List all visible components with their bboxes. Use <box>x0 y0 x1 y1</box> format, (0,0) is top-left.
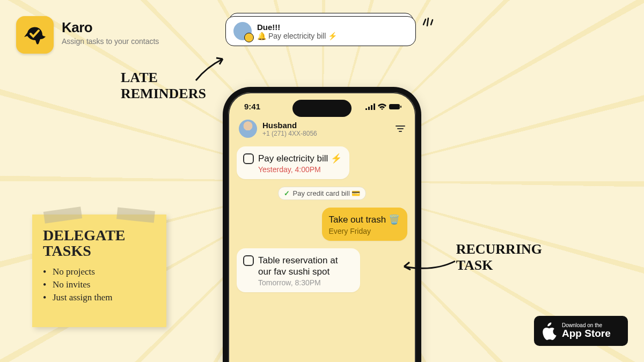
contact-name: Husband <box>262 121 317 130</box>
message-list: Pay electricity bill ⚡ Yesterday, 4:00PM… <box>228 144 416 294</box>
svg-rect-1 <box>400 106 401 108</box>
wifi-icon <box>378 104 386 110</box>
task-meta-recurring: Every Friday <box>328 227 400 235</box>
tape-decoration <box>43 206 82 224</box>
callout-recurring-task: RECURRING TASK <box>456 241 542 274</box>
phone-mockup: 9:41 Husband +1 (271) 4XX-8056 Pay elect… <box>223 87 421 362</box>
filter-icon[interactable] <box>396 125 405 132</box>
app-logo-tile <box>16 16 54 54</box>
task-meta-future: Tomorrow, 8:30PM <box>258 278 353 287</box>
task-meta-overdue: Yesterday, 4:00PM <box>258 165 342 174</box>
task-title: Pay electricity bill ⚡ <box>258 153 342 164</box>
task-checkbox[interactable] <box>243 255 254 266</box>
avatar <box>233 22 252 40</box>
arrow-icon <box>396 253 460 280</box>
appstore-line2: App Store <box>562 328 611 339</box>
task-checkbox[interactable] <box>243 153 254 164</box>
sticky-note: DELEGATE TASKS No projects No invites Ju… <box>32 215 166 327</box>
task-title: Table reservation at our fav sushi spot <box>258 255 353 278</box>
contact-number: +1 (271) 4XX-8056 <box>262 130 317 137</box>
list-item: No projects <box>43 267 156 277</box>
sticky-heading: DELEGATE TASKS <box>43 227 156 259</box>
battery-icon <box>389 104 402 110</box>
task-bubble-trash[interactable]: Take out trash 🗑️ Every Friday <box>322 208 407 240</box>
notification-body: 🔔 Pay electricity bill ⚡ <box>257 32 337 40</box>
app-store-badge[interactable]: Download on the App Store <box>534 316 628 346</box>
contact-avatar[interactable] <box>239 120 257 138</box>
arrow-icon <box>191 51 233 88</box>
task-title: Take out trash 🗑️ <box>328 214 400 225</box>
check-icon: ✓ <box>284 189 290 197</box>
tape-decoration <box>116 207 155 223</box>
notification-card: Due!!! 🔔 Pay electricity bill ⚡ <box>225 16 416 46</box>
completed-task-pill[interactable]: ✓ Pay credit card bill 💳 <box>278 187 367 200</box>
apple-icon <box>540 322 557 340</box>
task-bubble-electricity[interactable]: Pay electricity bill ⚡ Yesterday, 4:00PM <box>237 146 349 179</box>
app-name: Karo <box>62 19 159 36</box>
signal-icon <box>365 104 375 110</box>
list-item: Just assign them <box>43 292 156 303</box>
svg-rect-0 <box>389 104 400 109</box>
bird-check-icon <box>22 22 48 48</box>
completed-task-label: Pay credit card bill 💳 <box>293 189 361 197</box>
app-tagline: Assign tasks to your contacts <box>62 37 159 46</box>
list-item: No invites <box>43 279 156 290</box>
emphasis-lines-icon <box>422 15 434 27</box>
phone-notch <box>292 100 352 117</box>
task-bubble-reservation[interactable]: Table reservation at our fav sushi spot … <box>237 248 360 293</box>
app-logo-block: Karo Assign tasks to your contacts <box>16 16 159 54</box>
sticky-bullets: No projects No invites Just assign them <box>43 267 156 303</box>
status-time: 9:41 <box>244 102 260 111</box>
notification-title: Due!!! <box>257 23 337 32</box>
